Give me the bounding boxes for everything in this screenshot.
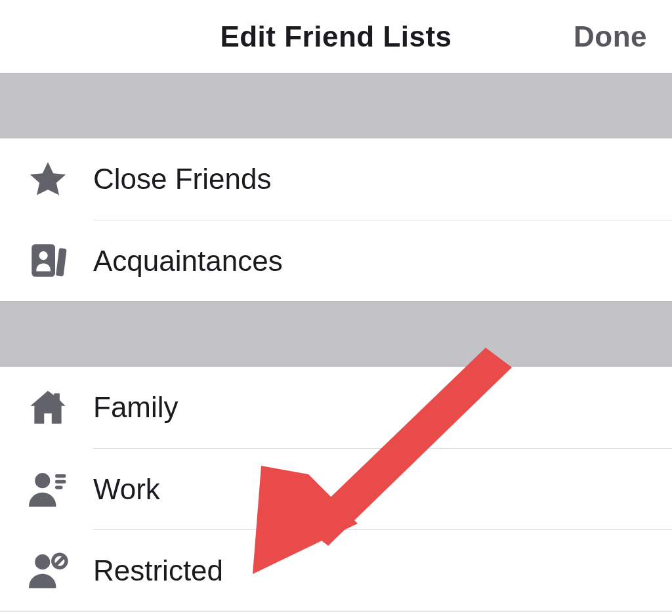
page-title: Edit Friend Lists xyxy=(220,20,452,53)
svg-rect-1 xyxy=(56,248,67,277)
home-icon xyxy=(26,386,70,429)
list-item-work[interactable]: Work xyxy=(0,448,672,529)
spacer xyxy=(0,73,672,138)
list-item-label: Work xyxy=(93,473,160,506)
list-item-label: Close Friends xyxy=(93,163,271,195)
star-icon xyxy=(26,157,70,201)
svg-rect-5 xyxy=(55,480,66,483)
restricted-person-icon xyxy=(26,548,70,592)
list-item-close-friends[interactable]: Close Friends xyxy=(0,138,672,220)
svg-rect-4 xyxy=(55,474,66,478)
list-item-acquaintances[interactable]: Acquaintances xyxy=(0,220,672,301)
svg-line-9 xyxy=(55,557,64,565)
bottom-fill xyxy=(0,611,672,616)
header: Edit Friend Lists Done xyxy=(0,0,672,73)
list-item-label: Acquaintances xyxy=(93,245,283,277)
svg-point-7 xyxy=(35,554,50,569)
svg-point-2 xyxy=(39,251,48,260)
done-button[interactable]: Done xyxy=(574,20,647,53)
svg-rect-6 xyxy=(55,486,63,489)
spacer xyxy=(0,302,672,366)
list-group-2: Family Work xyxy=(0,366,672,611)
work-person-icon xyxy=(26,467,70,510)
list-item-restricted[interactable]: Restricted xyxy=(0,529,672,611)
list-item-family[interactable]: Family xyxy=(0,367,672,448)
svg-rect-0 xyxy=(32,244,55,277)
badge-icon xyxy=(26,239,70,282)
list-group-1: Close Friends Acquaintances xyxy=(0,138,672,302)
list-item-label: Restricted xyxy=(93,554,223,587)
svg-point-3 xyxy=(35,473,50,488)
list-item-label: Family xyxy=(93,391,178,424)
